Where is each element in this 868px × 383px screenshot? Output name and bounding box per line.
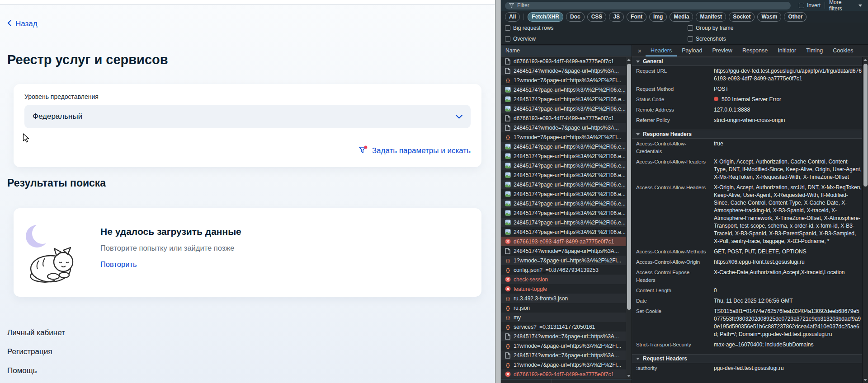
filter-chip-wasm[interactable]: Wasm — [757, 12, 781, 22]
tab-preview[interactable]: Preview — [707, 45, 737, 56]
filter-chip-all[interactable]: All — [505, 12, 520, 22]
filter-chip-socket[interactable]: Socket — [729, 12, 755, 22]
network-request-row[interactable]: 24845174?page-url=https%3A%2F%2Fl06.e... — [501, 142, 632, 151]
back-link[interactable]: Назад — [7, 19, 38, 28]
section-header-response-headers[interactable]: Response Headers — [632, 130, 862, 139]
img-icon — [505, 201, 511, 207]
network-request-row[interactable]: { }1?wmode=7&page-url=https%3A%2F%2Fl... — [501, 256, 632, 265]
network-request-row[interactable]: d6766193-e093-4df7-8499-aa7775e0f7c1 — [501, 369, 632, 379]
group-by-frame-option[interactable]: Group by frame — [688, 25, 733, 31]
overview-option[interactable]: Overview — [505, 36, 536, 42]
network-request-row[interactable]: 24845174?page-url=https%3A%2F%2Fl06.e... — [501, 180, 632, 189]
big-request-rows-checkbox[interactable] — [505, 25, 510, 31]
big-request-rows-option[interactable]: Big request rows — [505, 25, 553, 31]
overview-checkbox[interactable] — [505, 36, 510, 42]
filter-chip-js[interactable]: JS — [609, 12, 624, 22]
network-main-area: Name d6766193-e093-4df7-8499-aa7775e0f7c… — [501, 45, 868, 383]
network-request-row[interactable]: 24845174?wmode=7&page-url=https%3A... — [501, 332, 632, 341]
screenshots-option[interactable]: Screenshots — [688, 36, 726, 42]
scroll-up-button[interactable] — [626, 57, 632, 63]
request-name: 1?wmode=7&page-url=https%3A%2F%2Fl... — [514, 134, 621, 140]
header-value: max-age=16070400; includeSubDomains — [714, 341, 862, 349]
network-request-row[interactable]: check-session — [501, 275, 632, 284]
filter-chip-fetch-xhr[interactable]: Fetch/XHR — [528, 12, 563, 22]
filter-chip-css[interactable]: CSS — [587, 12, 607, 22]
scrollbar-thumb[interactable] — [627, 64, 631, 310]
network-request-row[interactable]: 24845174?wmode=7&page-url=https%3A... — [501, 350, 632, 360]
details-scroll-up-button[interactable] — [863, 57, 868, 63]
network-request-row[interactable]: { }my — [501, 313, 632, 322]
header-key: :authority — [636, 364, 714, 372]
group-by-frame-checkbox[interactable] — [688, 25, 693, 31]
retry-link[interactable]: Повторить — [100, 260, 137, 269]
footer-link[interactable]: Помощь — [7, 366, 37, 375]
network-request-row[interactable]: 24845174?page-url=https%3A%2F%2Fl06.e... — [501, 161, 632, 170]
network-request-row[interactable]: { }ru.3.492.3-frontv3.json — [501, 294, 632, 303]
network-request-row[interactable]: d6766193-e093-4df7-8499-aa7775e0f7c1 — [501, 237, 632, 246]
tab-headers[interactable]: Headers — [646, 45, 677, 56]
network-filter-input[interactable] — [505, 2, 791, 9]
network-request-row[interactable]: 24845174?wmode=7&page-url=https%3A... — [501, 246, 632, 256]
level-field-label: Уровень предоставления — [24, 93, 471, 100]
network-request-row[interactable]: 24845174?page-url=https%3A%2F%2Fl06.e... — [501, 199, 632, 208]
json-icon: { } — [505, 324, 511, 330]
filter-chip-doc[interactable]: Doc — [566, 12, 585, 22]
request-list-scrollbar[interactable] — [626, 57, 632, 379]
footer-link[interactable]: Личный кабинет — [7, 328, 65, 337]
invert-option[interactable]: Invert — [799, 2, 821, 9]
error-subtitle: Повторите попытку или зайдите позже — [100, 244, 241, 252]
set-parameters-link[interactable]: Задать параметры и искать — [372, 146, 471, 155]
section-collapse-icon — [636, 358, 640, 360]
name-column-header[interactable]: Name — [501, 45, 632, 56]
toolbar-separator — [825, 2, 825, 9]
section-header-general[interactable]: General — [632, 57, 862, 66]
filter-chip-font[interactable]: Font — [627, 12, 646, 22]
network-request-row[interactable]: 24845174?wmode=7&page-url=https%3A... — [501, 66, 632, 75]
network-request-row[interactable]: 24845174?page-url=https%3A%2F%2Fl06.e... — [501, 85, 632, 94]
network-request-row[interactable]: 24845174?wmode=7&page-url=https%3A... — [501, 123, 632, 132]
network-request-row[interactable]: { }services?_=0.3131141772050161 — [501, 322, 632, 332]
network-request-row[interactable]: 24845174?page-url=https%3A%2F%2Fl06.e... — [501, 94, 632, 104]
header-value: 127.0.0.1:8888 — [714, 106, 862, 114]
network-request-row[interactable]: 24845174?page-url=https%3A%2F%2Fl06.e... — [501, 170, 632, 180]
network-request-row[interactable]: { }1?wmode=7&page-url=https%3A%2F%2Fl... — [501, 341, 632, 350]
network-request-row[interactable]: feature-toggle — [501, 284, 632, 294]
filter-chip-media[interactable]: Media — [670, 12, 693, 22]
screenshots-checkbox[interactable] — [688, 36, 693, 42]
network-request-row[interactable]: { }1?wmode=7&page-url=https%3A%2F%2Fl... — [501, 360, 632, 369]
filter-chip-other[interactable]: Other — [784, 12, 807, 22]
network-request-row[interactable]: { }1?wmode=7&page-url=https%3A%2F%2Fl... — [501, 75, 632, 85]
network-request-row[interactable]: 24845174?page-url=https%3A%2F%2Fl06.e... — [501, 189, 632, 199]
tab-timing[interactable]: Timing — [801, 45, 828, 56]
section-header-request-headers[interactable]: Request Headers — [632, 354, 862, 363]
tab-response[interactable]: Response — [737, 45, 773, 56]
details-scrollbar-thumb[interactable] — [863, 64, 868, 187]
window-splitter[interactable] — [495, 0, 501, 383]
close-details-button[interactable]: × — [634, 45, 646, 56]
level-select[interactable]: Федеральный — [24, 105, 471, 128]
more-filters-button[interactable]: More filters — [829, 0, 864, 12]
network-request-row[interactable]: 24845174?page-url=https%3A%2F%2Fl06.e... — [501, 218, 632, 227]
network-request-row[interactable]: 24845174?page-url=https%3A%2F%2Fl06.e... — [501, 227, 632, 237]
network-request-row[interactable]: d6766193-e093-4df7-8499-aa7775e0f7c1 — [501, 56, 632, 66]
filter-chip-manifest[interactable]: Manifest — [696, 12, 726, 22]
details-scroll-down-button[interactable] — [863, 377, 868, 383]
header-value: https://pgu-dev-fed.test.gosuslugi.ru/ap… — [714, 67, 862, 83]
network-request-row[interactable]: { }1?wmode=7&page-url=https%3A%2F%2Fl... — [501, 132, 632, 142]
network-request-row[interactable]: 24845174?page-url=https%3A%2F%2Fl06.e... — [501, 208, 632, 218]
footer-link[interactable]: Регистрация — [7, 347, 52, 356]
network-request-row[interactable]: 24845174?page-url=https%3A%2F%2Fl06.e... — [501, 104, 632, 113]
filter-funnel-icon — [509, 3, 514, 9]
network-request-row[interactable]: 24845174?page-url=https%3A%2F%2Fl06.e... — [501, 151, 632, 161]
network-request-row[interactable]: { }config.json?_=0.874627934139253 — [501, 265, 632, 275]
tab-cookies[interactable]: Cookies — [828, 45, 858, 56]
tab-payload[interactable]: Payload — [677, 45, 707, 56]
tab-initiator[interactable]: Initiator — [773, 45, 801, 56]
details-scrollbar[interactable] — [862, 57, 868, 383]
scroll-down-button[interactable] — [626, 373, 632, 379]
filter-chip-img[interactable]: Img — [649, 12, 667, 22]
network-request-row[interactable]: d6766193-e093-4df7-8499-aa7775e0f7c1 — [501, 113, 632, 123]
request-name: ru.3.492.3-frontv3.json — [514, 295, 568, 302]
network-request-row[interactable]: { }ru.json — [501, 303, 632, 313]
invert-checkbox[interactable] — [799, 3, 804, 8]
